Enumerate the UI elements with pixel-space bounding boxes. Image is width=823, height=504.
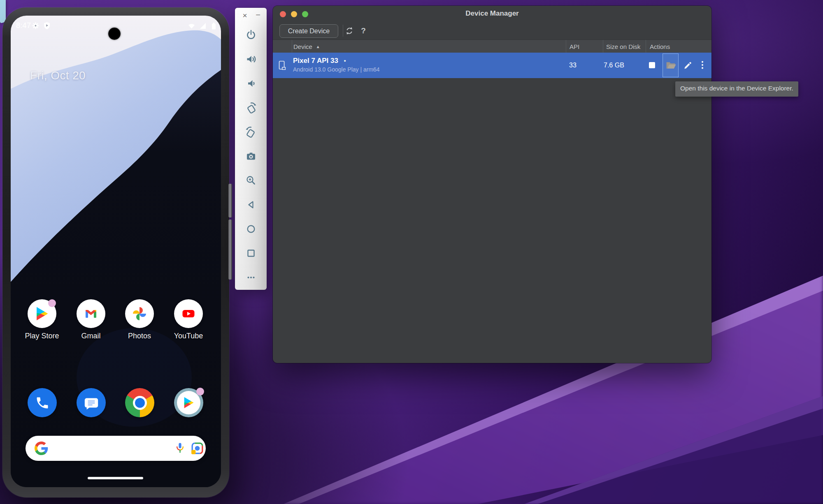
clock-text: 8:47 xyxy=(16,21,31,30)
dock-app-phone[interactable] xyxy=(28,388,57,417)
power-icon xyxy=(245,29,257,41)
header-label: API xyxy=(570,43,579,50)
create-device-button[interactable]: Create Device xyxy=(279,24,338,38)
header-label: Size on Disk xyxy=(606,43,640,50)
device-name-cell: Pixel 7 API 33 • Android 13.0 Google Pla… xyxy=(292,53,566,78)
dock-app-play-store[interactable] xyxy=(174,388,203,417)
photos-icon xyxy=(131,305,148,322)
home-indicator[interactable] xyxy=(88,477,143,479)
device-explorer-button[interactable] xyxy=(663,53,679,77)
phone-icon xyxy=(35,395,50,410)
more-options-button[interactable] xyxy=(235,265,267,289)
device-name: Pixel 7 API 33 xyxy=(293,57,338,65)
wifi-icon xyxy=(187,22,196,32)
screenshot-button[interactable] xyxy=(235,144,267,168)
phone-volume-button[interactable] xyxy=(228,184,232,217)
table-header: Device ▲ API Size on Disk Actions xyxy=(273,39,711,53)
size-on-disk-cell: 7.6 GB xyxy=(603,53,646,78)
app-icon-gmail[interactable]: Gmail xyxy=(68,299,114,340)
toolbar-separator xyxy=(343,25,343,37)
header-device-column[interactable]: Device ▲ xyxy=(292,40,566,53)
app-icon-photos[interactable]: Photos xyxy=(117,299,162,340)
play-store-icon xyxy=(35,306,49,321)
app-icon-youtube[interactable]: YouTube xyxy=(166,299,211,340)
header-label: Device xyxy=(293,43,312,50)
voice-search-mic-icon[interactable] xyxy=(173,441,187,457)
google-search-bar[interactable] xyxy=(26,436,206,461)
home-circle-icon xyxy=(245,223,257,235)
android-emulator-phone: 8:47 Fri, Oct 20 xyxy=(2,7,229,497)
sort-ascending-icon: ▲ xyxy=(316,44,320,49)
emulator-buttons xyxy=(235,23,267,289)
app-label: YouTube xyxy=(166,332,211,340)
volume-down-button[interactable] xyxy=(235,71,267,95)
gmail-icon xyxy=(83,305,99,322)
help-button[interactable]: ? xyxy=(358,25,369,37)
rotate-left-icon xyxy=(244,101,258,114)
messages-icon xyxy=(84,395,99,411)
app-icon-play-store[interactable]: Play Store xyxy=(19,299,65,340)
dock-app-chrome[interactable] xyxy=(125,388,154,417)
header-api-column[interactable]: API xyxy=(566,40,603,53)
stop-device-button[interactable] xyxy=(649,62,655,68)
play-store-icon xyxy=(183,397,195,409)
emulator-window-controls: × − xyxy=(235,11,267,23)
notification-dot xyxy=(48,299,56,307)
more-dots-icon xyxy=(245,271,257,284)
emulator-minimize-button[interactable]: − xyxy=(253,10,263,20)
tooltip: Open this device in the Device Explorer. xyxy=(675,81,798,97)
pencil-icon xyxy=(682,60,692,70)
kebab-menu-icon xyxy=(700,60,705,70)
rotate-right-button[interactable] xyxy=(235,120,267,144)
back-button[interactable] xyxy=(235,192,267,217)
cellular-signal-icon xyxy=(199,22,207,32)
dock-app-messages[interactable] xyxy=(77,388,106,417)
more-actions-button[interactable] xyxy=(699,60,706,70)
header-actions-column[interactable]: Actions xyxy=(646,40,711,53)
api-cell: 33 xyxy=(566,53,603,78)
app-label: Photos xyxy=(117,332,162,340)
home-button[interactable] xyxy=(235,217,267,241)
phone-screen: 8:47 Fri, Oct 20 xyxy=(11,16,221,487)
header-icon-column xyxy=(273,40,292,53)
volume-up-icon xyxy=(245,53,257,65)
open-folder-icon xyxy=(665,60,676,70)
dock xyxy=(11,388,221,418)
device-description: Android 13.0 Google Play | arm64 xyxy=(293,66,566,73)
home-screen-apps: Play Store Gmail xyxy=(11,299,221,359)
back-triangle-icon xyxy=(245,199,257,211)
window-title: Device Manager xyxy=(273,9,711,18)
emulator-toolbar: × − xyxy=(235,8,267,290)
zoom-in-icon xyxy=(245,174,257,187)
overview-square-icon xyxy=(245,247,257,259)
privacy-shield-icon xyxy=(43,22,51,31)
refresh-icon xyxy=(344,25,355,36)
device-row-pixel-7[interactable]: Pixel 7 API 33 • Android 13.0 Google Pla… xyxy=(273,53,711,78)
desktop: 8:47 Fri, Oct 20 xyxy=(0,0,823,504)
header-size-column[interactable]: Size on Disk xyxy=(603,40,646,53)
refresh-button[interactable] xyxy=(344,25,355,37)
notification-dot xyxy=(196,388,204,395)
zoom-button[interactable] xyxy=(235,168,267,192)
actions-cell xyxy=(646,53,711,78)
emulator-close-button[interactable]: × xyxy=(240,11,250,20)
google-lens-icon[interactable] xyxy=(190,441,205,457)
google-logo xyxy=(35,442,48,457)
edit-device-button[interactable] xyxy=(681,60,692,70)
chrome-icon xyxy=(125,388,154,417)
header-label: Actions xyxy=(650,43,670,50)
device-manager-toolbar: Create Device ? xyxy=(273,21,711,39)
rotate-left-button[interactable] xyxy=(235,95,267,120)
settings-gear-icon xyxy=(32,22,40,31)
overview-button[interactable] xyxy=(235,241,267,265)
title-bar[interactable]: Device Manager xyxy=(273,6,711,21)
running-status-dot: • xyxy=(344,57,346,64)
smartphone-icon xyxy=(277,60,288,71)
phone-power-button[interactable] xyxy=(228,220,232,280)
app-label: Gmail xyxy=(68,332,114,340)
power-button[interactable] xyxy=(235,23,267,47)
device-type-cell xyxy=(273,53,292,78)
volume-down-icon xyxy=(245,77,257,90)
volume-up-button[interactable] xyxy=(235,47,267,71)
app-label: Play Store xyxy=(19,332,65,340)
